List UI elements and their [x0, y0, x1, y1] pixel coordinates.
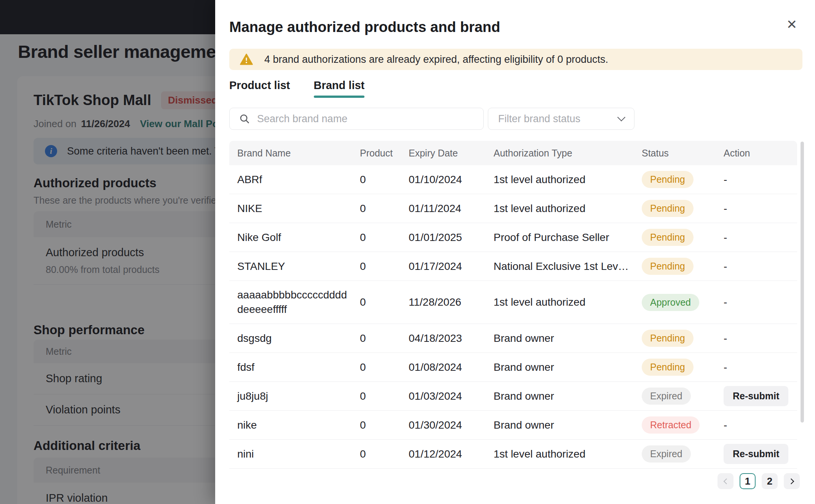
- modal-tabs: Product list Brand list: [229, 79, 364, 98]
- status-cell: Pending: [642, 258, 724, 275]
- status-badge: Pending: [642, 229, 694, 246]
- product-count-cell: 0: [360, 203, 409, 215]
- status-cell: Pending: [642, 171, 724, 188]
- next-page-button[interactable]: [784, 473, 800, 489]
- brand-table-body: ABRf 0 01/10/2024 1st level authorized P…: [229, 165, 797, 469]
- product-count-cell: 0: [360, 231, 409, 244]
- close-icon[interactable]: ✕: [782, 14, 802, 34]
- authorization-type-cell: Proof of Purchase Seller: [494, 231, 638, 244]
- expiry-date-cell: 01/03/2024: [409, 390, 494, 402]
- brand-table-row: STANLEY 0 01/17/2024 National Exclusive …: [229, 252, 797, 281]
- column-header-authorization-type: Authorization Type: [494, 148, 642, 159]
- status-badge: Pending: [642, 258, 694, 275]
- brand-name-cell: STANLEY: [229, 252, 360, 281]
- status-badge: Expired: [642, 388, 691, 405]
- brand-name-cell: ju8ju8j: [229, 382, 360, 410]
- brand-name-cell: Nike Golf: [229, 223, 360, 252]
- status-cell: Retracted: [642, 416, 724, 434]
- column-header-product: Product: [360, 148, 409, 159]
- product-count-cell: 0: [360, 332, 409, 345]
- product-count-cell: 0: [360, 448, 409, 460]
- brand-table-row: NIKE 0 01/11/2024 1st level authorized P…: [229, 194, 797, 223]
- warning-text: 4 brand authorizations are already expir…: [264, 54, 608, 65]
- brand-name-cell: NIKE: [229, 195, 360, 223]
- pagination: 1 2: [718, 473, 800, 489]
- expiry-date-cell: 01/11/2024: [409, 203, 494, 215]
- action-cell: Re-submit: [724, 444, 797, 464]
- tab-product-list[interactable]: Product list: [229, 79, 290, 98]
- brand-search-field: [229, 108, 484, 130]
- expiry-date-cell: 04/18/2023: [409, 332, 494, 345]
- filter-placeholder: Filter brand status: [498, 113, 580, 125]
- resubmit-button[interactable]: Re-submit: [724, 444, 788, 464]
- product-count-cell: 0: [360, 419, 409, 431]
- action-cell: -: [724, 231, 797, 244]
- authorization-type-cell: National Exclusive 1st Level Auth...: [494, 260, 638, 273]
- authorization-type-cell: Brand owner: [494, 419, 638, 431]
- expiry-date-cell: 01/10/2024: [409, 174, 494, 186]
- brand-table-row: nike 0 01/30/2024 Brand owner Retracted …: [229, 411, 797, 440]
- authorization-type-cell: Brand owner: [494, 332, 638, 345]
- expired-warning-banner: 4 brand authorizations are already expir…: [229, 49, 802, 70]
- product-count-cell: 0: [360, 390, 409, 402]
- authorization-type-cell: 1st level authorized: [494, 203, 638, 215]
- search-input[interactable]: [257, 113, 483, 125]
- action-cell: -: [724, 174, 797, 186]
- page-button-2[interactable]: 2: [762, 473, 778, 489]
- authorization-type-cell: 1st level authorized: [494, 296, 638, 308]
- product-count-cell: 0: [360, 260, 409, 273]
- chevron-right-icon: [788, 478, 794, 484]
- action-cell: -: [724, 332, 797, 345]
- chevron-left-icon: [723, 478, 729, 484]
- page-button-1[interactable]: 1: [740, 473, 756, 489]
- warning-icon: [240, 54, 253, 65]
- brand-table-row: aaaaabbbbbcccccdddddeeeeefffff 0 11/28/2…: [229, 281, 797, 324]
- action-cell: -: [724, 419, 797, 431]
- product-count-cell: 0: [360, 361, 409, 373]
- search-icon: [239, 113, 250, 124]
- brand-name-cell: nini: [229, 440, 360, 468]
- action-cell: -: [724, 260, 797, 273]
- expiry-date-cell: 01/30/2024: [409, 419, 494, 431]
- expiry-date-cell: 11/28/2026: [409, 296, 494, 308]
- previous-page-button[interactable]: [718, 473, 734, 489]
- brand-table-row: fdsf 0 01/08/2024 Brand owner Pending -: [229, 353, 797, 382]
- chevron-down-icon: [617, 113, 625, 121]
- resubmit-button[interactable]: Re-submit: [724, 386, 788, 406]
- brand-table-header: Brand Name Product Expiry Date Authoriza…: [229, 141, 797, 165]
- expiry-date-cell: 01/17/2024: [409, 260, 494, 273]
- expiry-date-cell: 01/01/2025: [409, 231, 494, 244]
- action-cell: -: [724, 203, 797, 215]
- status-badge: Pending: [642, 200, 694, 217]
- authorization-type-cell: Brand owner: [494, 361, 638, 373]
- action-cell: -: [724, 296, 797, 308]
- status-cell: Approved: [642, 294, 724, 311]
- tab-brand-list[interactable]: Brand list: [314, 79, 365, 98]
- brand-table-row: ju8ju8j 0 01/03/2024 Brand owner Expired…: [229, 382, 797, 411]
- manage-authorized-modal: Manage authorized products and brand ✕ 4…: [215, 0, 815, 504]
- authorization-type-cell: Brand owner: [494, 390, 638, 402]
- product-count-cell: 0: [360, 296, 409, 308]
- brand-name-cell: ABRf: [229, 166, 360, 194]
- expiry-date-cell: 01/12/2024: [409, 448, 494, 460]
- status-badge: Expired: [642, 445, 691, 463]
- status-badge: Retracted: [642, 416, 700, 434]
- brand-table-row: Nike Golf 0 01/01/2025 Proof of Purchase…: [229, 223, 797, 252]
- brand-table-row: ABRf 0 01/10/2024 1st level authorized P…: [229, 165, 797, 194]
- authorization-type-cell: 1st level authorized: [494, 174, 638, 186]
- brand-table: Brand Name Product Expiry Date Authoriza…: [229, 141, 797, 469]
- status-cell: Expired: [642, 388, 724, 405]
- column-header-brand-name: Brand Name: [229, 148, 360, 159]
- product-count-cell: 0: [360, 174, 409, 186]
- action-cell: -: [724, 361, 797, 373]
- brand-name-cell: aaaaabbbbbcccccdddddeeeeefffff: [229, 281, 360, 324]
- brand-table-row: dsgsdg 0 04/18/2023 Brand owner Pending …: [229, 324, 797, 353]
- brand-status-filter[interactable]: Filter brand status: [488, 108, 634, 130]
- column-header-status: Status: [642, 148, 724, 159]
- brand-table-row: nini 0 01/12/2024 1st level authorized E…: [229, 440, 797, 469]
- vertical-scrollbar[interactable]: [801, 142, 804, 423]
- modal-title: Manage authorized products and brand: [229, 19, 500, 35]
- authorization-type-cell: 1st level authorized: [494, 448, 638, 460]
- status-cell: Pending: [642, 330, 724, 347]
- brand-name-cell: fdsf: [229, 353, 360, 381]
